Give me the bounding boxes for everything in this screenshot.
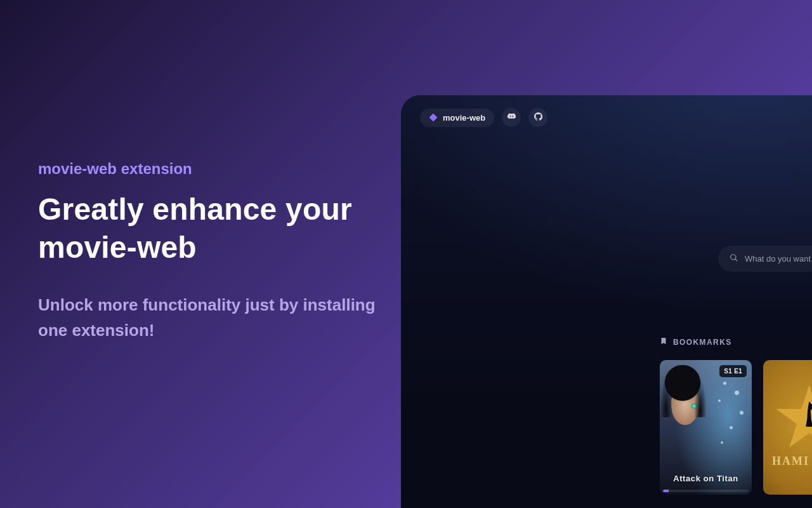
topbar: movie-web [420,108,547,127]
search-icon [730,253,738,264]
app-preview: movie-web What watch What do you want to… [401,95,812,508]
card-hamilton[interactable]: HAMI [763,360,812,495]
poster-title: Attack on Titan [660,474,752,483]
search-placeholder: What do you want to [745,254,812,264]
hero-subtitle: Unlock more functionality just by instal… [38,292,393,344]
search-input[interactable]: What do you want to [718,246,812,272]
brand-pill[interactable]: movie-web [420,109,494,127]
poster-art-particle [721,441,723,444]
bookmarks-header: BOOKMARKS [660,337,812,347]
github-button[interactable] [528,108,547,127]
svg-rect-0 [429,113,437,121]
poster-art-particle [718,399,721,402]
card-attack-on-titan[interactable]: S1 E1 Attack on Titan [660,360,752,495]
poster-title: HAMI [772,455,809,468]
poster-art-particle [723,382,726,385]
brand-label: movie-web [443,113,485,123]
hero-headline: Greatly enhance your movie-web [38,190,393,267]
hero: movie-web extension Greatly enhance your… [38,160,393,344]
hero-eyebrow: movie-web extension [38,160,393,178]
discord-icon [507,112,516,124]
discord-button[interactable] [502,108,521,127]
github-icon [534,112,543,124]
brand-logo-icon [429,113,438,122]
poster-art-particle [730,426,733,429]
bookmarks-section: BOOKMARKS S1 E1 Attack on Titan HAMI [660,337,812,495]
poster-art-eye [691,403,697,409]
card-row: S1 E1 Attack on Titan HAMI [660,360,812,495]
progress-bar [663,490,749,492]
episode-badge: S1 E1 [719,365,747,377]
bookmarks-label: BOOKMARKS [673,338,732,347]
poster-art-particle [740,411,743,415]
bookmark-icon [660,337,667,347]
poster-art-particle [735,391,739,395]
